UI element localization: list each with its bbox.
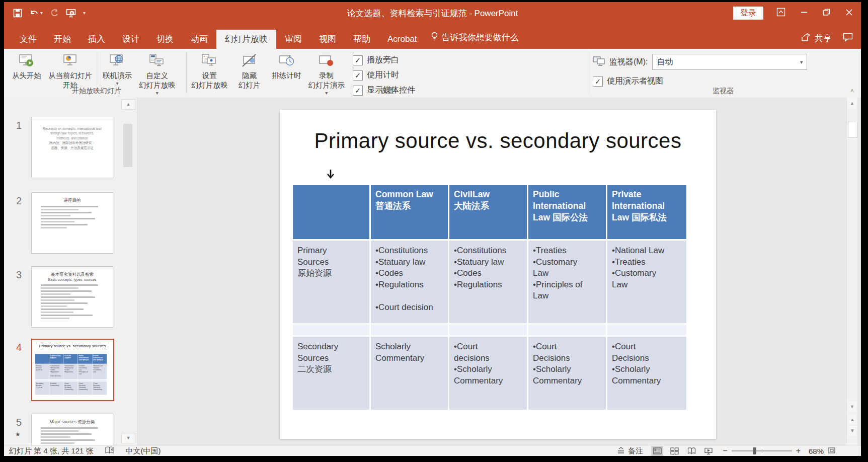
scroll-down-icon[interactable]: ▼ [121, 433, 135, 443]
presenter-view-label: 使用演示者视图 [607, 76, 663, 87]
table-cell: •Court decisions •Scholarly Commentary [449, 337, 528, 410]
save-icon[interactable] [13, 9, 22, 18]
share-button[interactable]: 共享 [801, 33, 832, 44]
thumbnail-title: 基本研究资料以及检索 [32, 272, 113, 277]
table-cell: Scholarly Commentary [49, 381, 63, 395]
checkbox-播放旁白[interactable]: ✓播放旁白 [353, 55, 415, 65]
tab-插入[interactable]: 插入 [80, 30, 114, 49]
collapse-ribbon-icon[interactable]: ˄ [850, 88, 854, 95]
current-slide[interactable]: Primary source vs. secondary sourcesComm… [280, 110, 716, 439]
checkbox-使用计时[interactable]: ✓使用计时 [353, 70, 415, 81]
ribbon-options-icon[interactable] [776, 8, 785, 19]
play-from-current-button[interactable]: 从当前幻灯片 开始 [45, 51, 95, 91]
view-normal-icon[interactable] [651, 446, 663, 456]
table-header-cell: Public International Law 国际公法 [78, 354, 93, 364]
tab-文件[interactable]: 文件 [11, 30, 45, 49]
scroll-down-icon[interactable]: ▼ [847, 402, 857, 412]
scrollbar-thumb[interactable] [123, 124, 132, 167]
view-slide-sorter-icon[interactable] [668, 446, 680, 456]
tab-动画[interactable]: 动画 [182, 30, 216, 49]
tell-me-search[interactable]: 告诉我你想要做什么 [426, 27, 526, 49]
play-from-start-button[interactable]: 从头开始 [8, 51, 45, 82]
table-spacer-cell [449, 325, 528, 337]
thumbnail-row-5: 5★Major sources 资源分类 [4, 414, 120, 445]
view-reading-icon[interactable] [685, 446, 697, 456]
table-header-cell: Common Law 普通法系 [371, 185, 449, 241]
tab-审阅[interactable]: 审阅 [276, 30, 310, 49]
slide-thumbnail-5[interactable]: Major sources 资源分类 [31, 414, 113, 445]
zoom-percentage[interactable]: 68% [805, 447, 824, 455]
tab-视图[interactable]: 视图 [310, 30, 345, 49]
language-indicator[interactable]: 中文(中国) [126, 446, 161, 456]
slide-thumbnail-3[interactable]: 基本研究资料以及检索Basic concepts, types, sources [31, 266, 113, 328]
setup-slideshow-button[interactable]: 设置 幻灯片放映 [188, 51, 231, 91]
fit-to-window-icon[interactable] [828, 447, 836, 455]
table-row-label: Primary Sources 原始资源 [35, 364, 49, 379]
thumbnail-scrollbar[interactable]: ▲ ▼ [120, 98, 137, 445]
redo-icon[interactable] [50, 9, 59, 17]
view-slideshow-icon[interactable] [702, 446, 715, 456]
login-button[interactable]: 登录 [733, 7, 763, 20]
tab-Acrobat[interactable]: Acrobat [379, 30, 426, 49]
hide-slide-button[interactable]: 隐藏 幻灯片 [231, 51, 268, 91]
undo-icon[interactable]: ▾ [29, 9, 43, 17]
table-cell: •Court Decisions •Scholarly Commentary [528, 337, 607, 410]
zoom-control: − + 68% [723, 447, 836, 455]
scroll-up-icon[interactable]: ▲ [847, 98, 857, 108]
table-cell: •Court Decisions •Scholarly Commentary [92, 381, 107, 395]
previous-slide-icon[interactable]: ▲ [847, 415, 857, 425]
comment-icon[interactable] [843, 33, 853, 44]
checkbox-checked-icon: ✓ [353, 55, 363, 65]
lightbulb-icon [431, 32, 438, 43]
notes-toggle[interactable]: 备注 [617, 446, 643, 456]
zoom-out-icon[interactable]: − [723, 447, 727, 455]
setup-slideshow-icon [201, 52, 218, 70]
zoom-slider-thumb[interactable] [753, 447, 756, 454]
restore-button[interactable] [823, 9, 830, 18]
slide-thumbnail-pane: 1Research on domestic, international and… [4, 98, 120, 445]
main-scrollbar[interactable]: ▲ ▼ ▲ ▼ [846, 98, 857, 445]
slide-thumbnail-1[interactable]: Research on domestic, international andf… [31, 117, 113, 178]
slide-thumbnail-2[interactable]: 讲座目的 [31, 192, 113, 254]
table-cell: •Court Decisions •Scholarly Commentary [78, 381, 93, 395]
slide-table[interactable]: Common Law 普通法系CivilLaw 大陆法系Public Inter… [293, 185, 686, 410]
present-online-button[interactable]: 联机演示▾ [99, 51, 136, 87]
tab-list: 文件开始插入设计切换动画幻灯片放映审阅视图帮助Acrobat告诉我你想要做什么 [11, 27, 526, 49]
customize-qat-icon[interactable]: ▾ [83, 11, 86, 16]
close-button[interactable] [845, 9, 853, 18]
slide-number: 2 [16, 195, 22, 207]
scrollbar-thumb[interactable] [848, 122, 857, 138]
slideshow-icon[interactable] [66, 9, 76, 18]
table-cell: •Treaties •Customary Law •Principles of … [78, 364, 93, 379]
zoom-slider[interactable] [732, 447, 792, 454]
tab-幻灯片放映[interactable]: 幻灯片放映 [216, 30, 276, 49]
table-header-cell: Public International Law 国际公法 [528, 185, 607, 241]
thumbnail-row-1: 1Research on domestic, international and… [4, 117, 120, 179]
slide-title[interactable]: Primary source vs. secondary sources [280, 129, 716, 153]
next-slide-icon[interactable]: ▼ [847, 426, 857, 436]
slide-number: 3 [16, 269, 22, 281]
zoom-in-icon[interactable]: + [796, 447, 801, 455]
slide-thumbnail-4[interactable]: Primary source vs. secondary sourcesComm… [31, 339, 114, 401]
table-row-label: Secondary Sources 二次资源 [293, 337, 371, 410]
group-label-start-slideshow: 开始放映幻灯片 [8, 87, 185, 96]
table-header-cell: CivilLaw 大陆法系 [63, 354, 78, 364]
tab-切换[interactable]: 切换 [148, 30, 182, 49]
slide-number: 4 [16, 342, 22, 353]
thumbnail-mini-slide: Primary source vs. secondary sourcesComm… [32, 340, 113, 400]
table-header-cell: Private International Law 国际私法 [92, 354, 107, 364]
thumbnail-text: Research on domestic, international andf… [32, 117, 113, 150]
thumbnail-row-2: 2讲座目的 [4, 192, 120, 255]
scroll-up-icon[interactable]: ▲ [121, 99, 135, 110]
rehearse-timings-button[interactable]: 排练计时 [268, 51, 305, 82]
table-header-cell: Private International Law 国际私法 [607, 185, 686, 241]
minimize-button[interactable] [801, 9, 808, 18]
tab-开始[interactable]: 开始 [45, 30, 80, 49]
tab-设计[interactable]: 设计 [114, 30, 148, 49]
tab-帮助[interactable]: 帮助 [345, 30, 379, 49]
present-online-icon [109, 52, 126, 70]
monitor-dropdown[interactable]: 自动 ▾ [652, 54, 807, 70]
slide-title: Primary source vs. secondary sources [33, 344, 112, 348]
spell-check-icon[interactable] [105, 446, 115, 456]
use-presenter-view-checkbox[interactable]: ✓ 使用演示者视图 [593, 76, 856, 87]
